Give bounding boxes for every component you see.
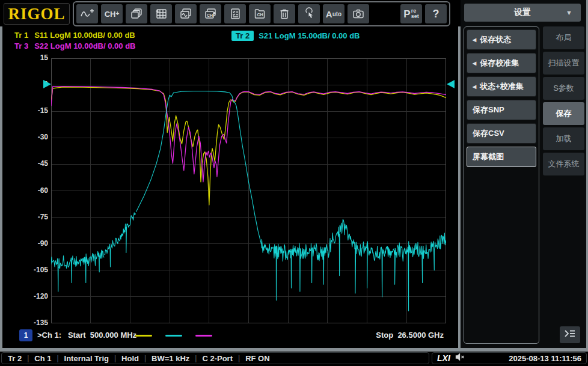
ref-level-marker-right [447,80,455,88]
trace-manager-button[interactable] [224,4,246,23]
channel-manager-button[interactable]: CH [249,4,271,23]
tab-save[interactable]: 保存 [543,102,584,125]
touch-button[interactable] [298,4,320,23]
window-ch-icon: CH [204,7,217,20]
delete-button[interactable] [274,4,295,23]
clipboard-list-icon [228,7,242,20]
trace-id: Tr 1 [14,31,28,40]
camera-icon [352,7,365,20]
screenshot-button[interactable] [348,4,369,23]
touch-icon [302,7,316,20]
tab-layout[interactable]: 布局 [543,26,584,49]
trace-label-tr1[interactable]: Tr 1 S11 LogM 10.00dB/ 0.00 dB [14,31,135,40]
status-right-section: LXI 2025-08-13 11:11:56 [432,352,587,364]
trace-format: S21 LogM 15.00dB/ 0.00 dB [259,31,360,40]
toolbar-button-group: CH+ [73,1,450,26]
submenu-item-save-cal[interactable]: ◀ 保存校准集 [467,53,536,73]
y-tick: -60 [20,186,48,195]
submenu-item-screenshot[interactable]: 屏幕截图 [467,147,536,167]
y-tick: -135 [20,319,48,327]
legend-dash-s22 [195,335,212,337]
trace-windows-button[interactable] [175,4,197,23]
auto-scale-button[interactable]: Auto [323,4,345,23]
menu-collapse-button[interactable] [560,326,580,343]
status-trigger: Internal Trig [64,354,109,363]
y-tick: -15 [20,106,48,115]
ref-level-marker-left [43,80,51,88]
status-left-section: Tr 2| Ch 1| Internal Trig| Hold| BW=1 kH… [1,352,429,364]
collapse-menu-icon [564,329,576,341]
submenu-item-save-state[interactable]: ◀ 保存状态 [467,29,536,50]
y-tick: -75 [20,213,48,221]
chart-region: Tr 1 S11 LogM 10.00dB/ 0.00 dB Tr 3 S22 … [2,26,458,348]
plot-area[interactable] [51,58,446,323]
toolbar-spacer [372,14,397,14]
status-bar: Tr 2| Ch 1| Internal Trig| Hold| BW=1 kH… [0,352,588,366]
channel-add-label: CH [105,10,116,19]
wave-plus-icon [80,7,94,20]
status-rf: RF ON [245,354,269,363]
trash-icon [278,7,291,20]
add-trace-button[interactable] [76,4,98,23]
start-frequency-label[interactable]: >Ch 1: Start 500.000 MHz [37,331,136,340]
active-trace-badge: Tr 2 [231,31,254,41]
toolbar: RIGOL CH+ [0,0,461,26]
window-layout-button[interactable] [126,4,147,23]
status-active-trace: Tr 2 [8,354,22,363]
help-label: ? [433,8,439,20]
submenu-arrow-icon: ◀ [473,61,476,66]
status-sweep: Hold [121,354,139,363]
y-tick: 15 [20,53,48,62]
legend-dash-s21 [165,335,182,337]
menu-header-label: 设置 [514,7,531,18]
rigol-logo: RIGOL [4,3,70,25]
submenu-item-save-csv[interactable]: 保存CSV [467,123,536,144]
trace-format: S11 LogM 10.00dB/ 0.00 dB [34,31,135,40]
y-tick: -45 [20,159,48,168]
y-tick: -120 [20,292,48,300]
submenu-column: ◀ 保存状态 ◀ 保存校准集 ◀ 状态+校准集 保存SNP 保存CSV 屏幕截图 [464,26,539,344]
menu-header-dropdown[interactable]: 设置 ▼ [464,4,581,22]
sidebar-menu: 设置 ▼ ◀ 保存状态 ◀ 保存校准集 ◀ 状态+校准集 保存SNP 保存CSV [461,0,588,348]
tab-s-params[interactable]: S参数 [543,77,584,100]
svg-text:CH: CH [257,13,263,17]
table-add-icon [155,7,168,20]
status-active-channel: Ch 1 [34,354,51,363]
y-tick: -30 [20,133,48,141]
vna-screen: RIGOL CH+ [0,0,588,366]
preset-button[interactable]: P reset [400,4,422,23]
channel-windows-button[interactable]: CH [200,4,221,23]
measurement-table-button[interactable] [150,4,172,23]
help-button[interactable]: ? [425,4,447,23]
stop-frequency-label[interactable]: Stop 26.5000 GHz [376,331,444,340]
tab-load[interactable]: 加载 [543,127,584,150]
legend-dash-s11 [135,335,152,337]
trace-label-tr3[interactable]: Tr 3 S22 LogM 10.00dB/ 0.00 dB [14,41,135,50]
add-channel-button[interactable]: CH+ [101,4,123,23]
y-tick: -105 [20,266,48,274]
submenu-arrow-icon: ◀ [473,37,476,43]
window-stack-icon [130,7,143,20]
trace-label-tr2[interactable]: Tr 2 S21 LogM 15.00dB/ 0.00 dB [231,31,360,41]
lxi-logo: LXI [437,353,450,363]
chevron-down-icon: ▼ [566,9,572,16]
folder-ch-icon: CH [253,7,266,20]
status-cal: C 2-Port [202,354,233,363]
submenu-arrow-icon: ◀ [473,84,476,90]
tab-sweep-setup[interactable]: 扫描设置 [543,52,584,75]
tab-file-system[interactable]: 文件系统 [543,153,584,175]
menu-tabs-column: 布局 扫描设置 S参数 保存 加载 文件系统 [543,26,584,175]
svg-text:CH: CH [207,13,213,17]
trace-format: S22 LogM 10.00dB/ 0.00 dB [34,41,135,50]
submenu-item-save-snp[interactable]: 保存SNP [467,100,536,120]
trace-id: Tr 3 [14,41,28,50]
speaker-muted-icon [455,353,465,364]
submenu-item-state-cal[interactable]: ◀ 状态+校准集 [467,76,536,97]
status-bandwidth: BW=1 kHz [152,354,189,363]
window-wave-icon [179,7,192,20]
datetime: 2025-08-13 11:11:56 [509,354,581,363]
channel-badge[interactable]: 1 [19,329,32,341]
y-tick: -90 [20,239,48,248]
